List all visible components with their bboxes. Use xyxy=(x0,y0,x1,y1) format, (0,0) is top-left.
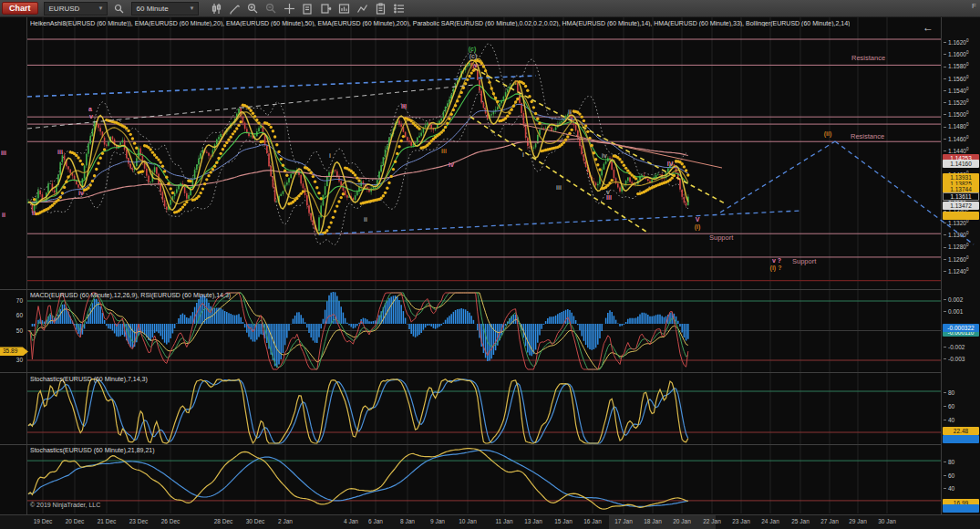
time-axis-tick: 10 Jan xyxy=(459,518,477,524)
wave-label[interactable]: (i) ? xyxy=(770,264,782,271)
rsi-lines xyxy=(28,293,688,369)
axis-tick: 1.15200 xyxy=(944,98,968,105)
axis-tick: 60 xyxy=(944,471,954,478)
wave-label[interactable]: III xyxy=(606,194,612,201)
time-axis-tick: 23 Jan xyxy=(732,518,750,524)
back-arrow-icon[interactable]: ← xyxy=(923,21,934,34)
wave-label[interactable]: iv xyxy=(449,161,454,168)
ninjatrader-chart-window: Chart EURUSD ▼ 60 Minute ▼ xyxy=(0,0,980,529)
data-box-icon[interactable] xyxy=(319,2,333,16)
zoom-out-icon[interactable] xyxy=(264,2,278,16)
support-resistance-label[interactable]: Support xyxy=(792,257,816,265)
wave-label[interactable]: ii xyxy=(568,109,572,115)
panel-splitter[interactable] xyxy=(0,442,941,446)
instrument-selector[interactable]: EURUSD ▼ xyxy=(44,2,108,16)
axis-tick: 80 xyxy=(944,388,954,395)
price-panel-indicator-label: HeikenAshi8(EURUSD (60 Minute)), EMA(EUR… xyxy=(30,20,850,26)
partial-marker xyxy=(943,212,979,220)
wave-label[interactable]: ii xyxy=(32,210,36,216)
time-axis-tick: 13 Jan xyxy=(524,518,542,524)
axis-tick: 1.15600 xyxy=(944,74,968,81)
support-resistance-lines[interactable] xyxy=(27,39,941,281)
snapshot-icon[interactable] xyxy=(301,2,315,16)
panel-splitter[interactable] xyxy=(0,370,941,374)
wave-label[interactable]: (c) xyxy=(469,53,478,59)
chart-canvas[interactable] xyxy=(0,16,980,514)
interval-selector[interactable]: 60 Minute ▼ xyxy=(131,2,199,16)
wave-label[interactable]: ii xyxy=(364,216,367,223)
zoom-in-icon[interactable] xyxy=(246,2,260,16)
stochastics-fast-lines xyxy=(28,379,688,443)
wave-label[interactable]: III xyxy=(401,103,407,109)
wave-label[interactable]: v xyxy=(474,62,478,68)
interval-value: 60 Minute xyxy=(137,5,169,13)
time-axis-tick: 27 Jan xyxy=(820,518,839,524)
instrument-search-icon[interactable] xyxy=(112,2,126,16)
chart-menu-button[interactable]: Chart xyxy=(2,2,38,15)
draw-pencil-icon[interactable] xyxy=(228,2,242,16)
axis-tick: 1.14600 xyxy=(944,134,968,141)
wave-label[interactable]: v xyxy=(89,113,93,119)
time-axis-tick: 8 Jan xyxy=(400,518,415,524)
axis-tick: 60 xyxy=(3,312,23,319)
time-axis-tick: 4 Jan xyxy=(344,518,358,524)
wave-label[interactable]: V xyxy=(696,216,700,223)
time-axis-tick: 22 Jan xyxy=(703,518,721,524)
wave-label[interactable]: iii xyxy=(57,149,63,155)
time-axis-tick: 26 Dec xyxy=(161,518,181,524)
stoch-d-marker xyxy=(943,435,979,443)
time-axis-tick: 30 Jan xyxy=(878,518,896,524)
panel-splitter[interactable] xyxy=(0,287,941,291)
price-marker: 1.13744 xyxy=(943,185,979,193)
time-axis-tick: 20 Dec xyxy=(66,518,85,524)
time-axis-tick: 11 Jan xyxy=(495,518,512,524)
instrument-value: EURUSD xyxy=(49,5,80,13)
properties-icon[interactable] xyxy=(374,2,387,16)
left-axis-strip[interactable]: 7060503035.89 xyxy=(0,16,27,514)
wave-label[interactable]: i xyxy=(522,151,524,158)
support-resistance-label[interactable]: Resistance xyxy=(851,132,884,140)
wave-label[interactable]: (c) xyxy=(469,46,477,52)
wave-label[interactable]: i xyxy=(329,152,331,159)
wave-label[interactable]: a xyxy=(88,106,92,112)
time-axis[interactable]: 19 Dec20 Dec21 Dec23 Dec26 Dec28 Dec30 D… xyxy=(0,514,980,529)
window-corner-label: F xyxy=(972,2,976,10)
bollinger-bands xyxy=(28,44,688,244)
wave-label[interactable]: (i) xyxy=(695,223,701,230)
candlestick-style-icon[interactable] xyxy=(210,2,223,16)
crosshair-icon[interactable] xyxy=(283,2,296,16)
axis-tick: 1.14400 xyxy=(944,146,968,153)
wave-label[interactable]: iii xyxy=(556,184,562,191)
wave-label[interactable]: IV xyxy=(667,161,674,167)
wave-label[interactable]: iv xyxy=(602,152,607,159)
axis-tick: 1.15800 xyxy=(944,61,968,68)
price-axis[interactable]: 1.162001.160001.158001.156001.154001.152… xyxy=(941,16,980,514)
wave-label[interactable]: ii xyxy=(514,79,518,86)
rsi-value-marker: 35.89 xyxy=(0,347,28,356)
time-axis-tick: 19 Dec xyxy=(34,518,53,524)
wave-label[interactable]: iv xyxy=(78,190,84,196)
trendlines[interactable] xyxy=(27,68,974,244)
time-axis-tick: 20 Jan xyxy=(673,518,691,524)
wave-label[interactable]: v xyxy=(606,189,610,195)
support-resistance-label[interactable]: Resistance xyxy=(851,54,885,62)
stochastics-slow-lines xyxy=(28,449,688,509)
chart-window-icon[interactable] xyxy=(337,2,351,16)
toolbar: Chart EURUSD ▼ 60 Minute ▼ xyxy=(0,0,980,17)
axis-tick: 1.15400 xyxy=(944,86,968,93)
axis-tick: 60 xyxy=(944,401,954,409)
copyright-label: © 2019 NinjaTrader, LLC xyxy=(30,502,100,508)
trendline-icon[interactable] xyxy=(356,2,369,16)
objects-list-icon[interactable] xyxy=(392,2,406,16)
price-marker: 1.13611 xyxy=(943,192,979,201)
support-resistance-label[interactable]: Support xyxy=(709,233,733,242)
wave-label[interactable]: iii xyxy=(441,148,447,154)
axis-tick: 30 xyxy=(3,357,23,364)
wave-label[interactable]: (ii) xyxy=(824,130,832,137)
panel-separators xyxy=(0,290,941,445)
axis-tick: 1.12600 xyxy=(944,254,968,262)
axis-tick: 40 xyxy=(944,415,954,422)
wave-label[interactable]: v ? xyxy=(772,257,781,264)
time-axis-tick: 9 Jan xyxy=(430,518,445,524)
stoch-fast-panel-indicator-label: Stochastics(EURUSD (60 Minute),7,14,3) xyxy=(30,376,148,382)
